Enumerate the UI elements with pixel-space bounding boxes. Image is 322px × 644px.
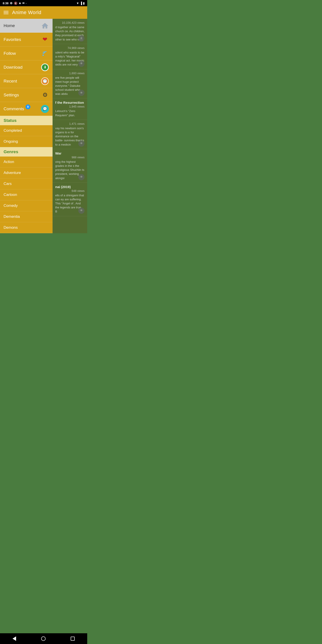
content-card-6: War 988 views ving the highest grades in… xyxy=(52,149,87,183)
hamburger-menu[interactable] xyxy=(4,11,8,14)
download-label: Download xyxy=(4,65,22,70)
eye-icon-3[interactable]: 👁 xyxy=(78,90,84,96)
content-area: 10,156,423 views d together at the same … xyxy=(52,19,87,233)
favorites-label: Favorites xyxy=(4,37,21,42)
svg-marker-0 xyxy=(42,23,48,28)
main-layout: Home Favorites ❤ Follow xyxy=(0,19,87,233)
follow-label: Follow xyxy=(4,51,16,56)
nav-item-settings[interactable]: Settings ⚙ xyxy=(0,88,52,102)
settings-icon: ⚙ xyxy=(10,2,12,5)
desc-1: d together at the same church ce. As chi… xyxy=(55,25,84,42)
desc-7: ells of a shinigami that can ey are suff… xyxy=(55,194,84,214)
status-ongoing[interactable]: Ongoing xyxy=(0,136,52,147)
genre-adventure[interactable]: Adventure xyxy=(0,168,52,178)
views-1: 10,156,423 views xyxy=(55,21,84,24)
clock-icon: 🕐 xyxy=(41,77,49,85)
download-icon: ⬇ xyxy=(41,63,49,71)
settings-label: Settings xyxy=(4,92,19,98)
comment-icon: 💬 xyxy=(41,105,49,113)
genres-section-header: Genres xyxy=(0,147,52,156)
genre-cartoon[interactable]: Cartoon xyxy=(0,190,52,200)
sidebar: Home Favorites ❤ Follow xyxy=(0,19,52,233)
dot-icon: · xyxy=(26,2,26,5)
status-completed[interactable]: Completed xyxy=(0,125,52,136)
recent-label: Recent xyxy=(4,79,17,84)
silent-icon: 🔇 xyxy=(14,2,18,5)
eye-icon-6[interactable]: 👁 xyxy=(78,174,84,180)
rss-icon xyxy=(41,50,49,58)
genre-action[interactable]: Action xyxy=(0,156,52,168)
eye-icon-7[interactable]: 👁 xyxy=(78,208,84,214)
content-card-4: f the Resurrection 1,945 views Lelouch's… xyxy=(52,98,87,120)
views-5: 1,471 views xyxy=(55,122,84,126)
gmail-icon: ✉ xyxy=(22,2,24,5)
title-4: f the Resurrection xyxy=(55,100,84,104)
views-6: 988 views xyxy=(55,156,84,159)
time-display: 8:38 xyxy=(3,2,8,5)
nav-item-follow[interactable]: Follow xyxy=(0,46,52,60)
comments-label: Comments xyxy=(4,106,24,111)
desc-2: udent who wants to be a mily's "Magicara… xyxy=(55,50,84,67)
signal-icon: ▐ xyxy=(80,2,82,5)
status-bar: 8:38 ⚙ 🔇 ♟ ✉ · ▼ ▐ ▮ xyxy=(0,0,87,6)
nav-item-comments[interactable]: Comments 9 💬 xyxy=(0,102,52,116)
wifi-icon: ▼ xyxy=(76,2,79,5)
content-card-5: 1,471 views vay his newborn son's organs… xyxy=(52,120,87,149)
desc-5: vay his newborn son's organs to e for do… xyxy=(55,126,84,147)
accessibility-icon: ♟ xyxy=(19,2,21,5)
content-card-7: nai (2019) 648 views ells of a shinigami… xyxy=(52,183,87,216)
title-6: War xyxy=(55,152,84,155)
home-icon xyxy=(41,22,49,30)
genre-cars[interactable]: Cars xyxy=(0,178,52,190)
eye-icon-1[interactable]: 👁 xyxy=(78,35,84,42)
genre-demons[interactable]: Demons xyxy=(0,222,52,233)
nav-item-favorites[interactable]: Favorites ❤ xyxy=(0,33,52,46)
heart-icon: ❤ xyxy=(41,36,49,44)
views-2: 74,969 views xyxy=(55,46,84,50)
comments-badge: 9 xyxy=(26,104,30,109)
desc-3: ere five people will meet huge protect e… xyxy=(55,76,84,96)
battery-icon: ▮ xyxy=(83,2,84,5)
status-right: ▼ ▐ ▮ xyxy=(76,2,84,5)
genre-comedy[interactable]: Comedy xyxy=(0,200,52,211)
views-7: 648 views xyxy=(55,189,84,192)
views-3: 1,693 views xyxy=(55,72,84,75)
eye-icon-2[interactable]: 👁 xyxy=(78,60,84,67)
gear-icon: ⚙ xyxy=(41,91,49,99)
home-label: Home xyxy=(4,23,15,28)
views-4: 1,945 views xyxy=(55,105,84,108)
status-section-header: Status xyxy=(0,116,52,125)
content-card-1: 10,156,423 views d together at the same … xyxy=(52,19,87,44)
genre-dementia[interactable]: Dementia xyxy=(0,211,52,222)
eye-icon-5[interactable]: 👁 xyxy=(78,140,84,147)
content-card-2: 74,969 views udent who wants to be a mil… xyxy=(52,44,87,69)
title-7: nai (2019) xyxy=(55,185,84,189)
status-left: 8:38 ⚙ 🔇 ♟ ✉ · xyxy=(3,2,26,5)
nav-item-recent[interactable]: Recent 🕐 xyxy=(0,74,52,88)
app-header: Anime World xyxy=(0,6,87,19)
desc-4: Lelouch's "Zero Requiem" plan. xyxy=(55,109,84,117)
nav-item-download[interactable]: Download ⬇ xyxy=(0,60,52,74)
app-title: Anime World xyxy=(12,10,41,16)
svg-point-1 xyxy=(42,54,44,56)
content-card-3: 1,693 views ere five people will meet hu… xyxy=(52,69,87,98)
desc-6: ving the highest grades in the s the pre… xyxy=(55,160,84,180)
nav-item-home[interactable]: Home xyxy=(0,19,52,33)
